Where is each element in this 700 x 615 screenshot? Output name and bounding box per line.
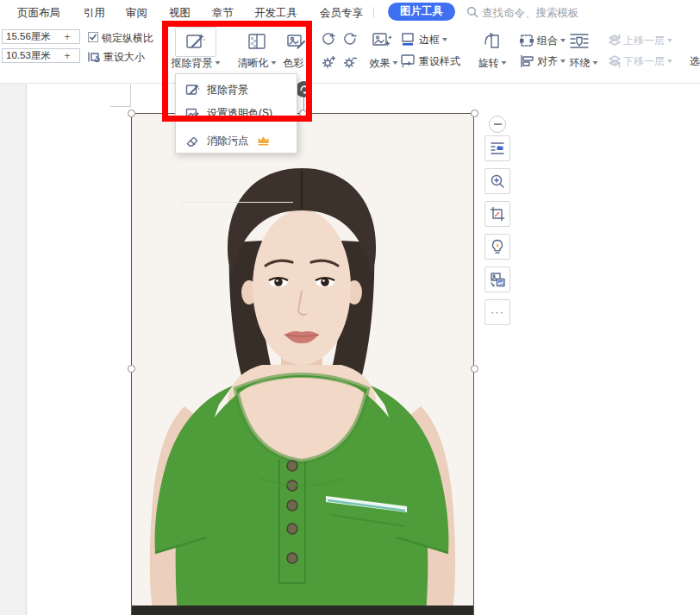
more-options-button[interactable]: ··· (484, 299, 510, 325)
group-icon (519, 33, 534, 52)
menu-item-review[interactable]: 审阅 (126, 6, 147, 21)
rotate-icon (481, 30, 503, 52)
dropdown-arrow-icon (593, 61, 598, 65)
menu-item-section[interactable]: 章节 (212, 6, 234, 21)
resize-handle-top-left[interactable] (128, 110, 135, 117)
reset-size-icon (87, 50, 101, 67)
contrast-up-button[interactable] (320, 31, 337, 48)
resize-handle-top-right[interactable] (471, 110, 478, 117)
menu-item-set-transparent-color[interactable]: 设置透明色(S) (177, 102, 296, 125)
dropdown-arrow-icon (667, 60, 672, 63)
reset-style-button[interactable]: 重设样式 (419, 54, 460, 69)
color-label[interactable]: 色彩 (284, 56, 312, 71)
align-icon (519, 53, 534, 72)
effects-icon (371, 29, 394, 53)
rotate-button[interactable] (479, 28, 503, 53)
width-stepper[interactable]: + (55, 29, 80, 44)
margin-mark-vertical (130, 85, 131, 107)
check-icon (89, 33, 97, 41)
contrast-down-button[interactable] (341, 31, 359, 48)
layout-options-icon (489, 140, 506, 157)
menu-bar: 页面布局 引用 审阅 视图 章节 开发工具 会员专享 图片工具 查找命令、搜索模… (0, 0, 700, 24)
dropdown-arrow-icon (272, 61, 277, 65)
menu-item-view[interactable]: 视图 (169, 6, 191, 21)
minus-icon (494, 123, 502, 125)
lock-aspect-label: 锁定纵横比 (102, 31, 153, 46)
effects-label[interactable]: 效果 (370, 56, 398, 71)
lock-aspect-checkbox[interactable] (88, 32, 98, 42)
effects-button[interactable] (369, 28, 395, 53)
remove-background-dropdown: 抠除背景 设置透明色(S) 消除污点 (175, 73, 297, 154)
layout-options-button[interactable] (484, 135, 510, 161)
resize-handle-middle-left[interactable] (128, 365, 135, 373)
bring-forward-button: 上移一层 (623, 34, 672, 48)
crop-button[interactable] (484, 201, 510, 227)
reset-size-button[interactable]: 重设大小 (103, 50, 145, 65)
dropdown-arrow-icon (502, 61, 507, 65)
width-field[interactable]: 15.56厘米 (2, 29, 56, 44)
sharpen-button[interactable] (244, 28, 270, 54)
menu-item-remove-background[interactable]: 抠除背景 (177, 78, 296, 102)
height-stepper[interactable]: + (55, 48, 80, 63)
brightness-up-icon (321, 54, 336, 70)
dropdown-arrow-icon (560, 60, 566, 63)
portrait-photo[interactable] (131, 113, 474, 615)
search-icon (466, 6, 478, 22)
lightbulb-icon (489, 238, 506, 255)
dropdown-arrow-icon (307, 61, 312, 65)
wrap-label[interactable]: 环绕 (570, 56, 598, 71)
brightness-up-button[interactable] (320, 53, 337, 71)
remove-background-icon (185, 83, 200, 97)
dropdown-arrow-icon (560, 39, 566, 42)
remove-background-label[interactable]: 抠除背景 (172, 56, 221, 71)
crop-icon (489, 205, 506, 223)
menu-item-references[interactable]: 引用 (84, 6, 105, 21)
sharpen-icon (246, 30, 268, 53)
select-button-clipped[interactable]: 选 (690, 54, 700, 69)
height-field[interactable]: 10.53厘米 (2, 48, 56, 63)
zoom-icon (489, 173, 506, 190)
resize-handle-top-center[interactable] (299, 110, 307, 117)
wrap-icon (568, 31, 591, 52)
zoom-button[interactable] (484, 168, 510, 194)
sharpen-label[interactable]: 清晰化 (238, 56, 277, 71)
menu-item-member[interactable]: 会员专享 (320, 6, 363, 21)
remove-background-button[interactable] (175, 27, 216, 57)
convert-picture-icon (489, 271, 506, 288)
wrap-button[interactable] (567, 30, 591, 53)
collapse-side-toolbar-button[interactable] (489, 116, 506, 133)
eraser-icon (185, 134, 200, 148)
premium-crown-icon (257, 135, 270, 146)
contrast-up-icon (321, 32, 336, 47)
search-input[interactable]: 查找命令、搜索模板 (482, 6, 579, 21)
menu-item-page-layout[interactable]: 页面布局 (17, 6, 60, 21)
border-button[interactable]: 边框 (419, 33, 447, 47)
color-button[interactable] (284, 28, 309, 54)
dropdown-arrow-icon (393, 61, 398, 65)
convert-picture-button[interactable] (484, 267, 510, 292)
photo-bottom-band (131, 606, 474, 615)
dropdown-arrow-icon (667, 39, 672, 42)
menu-item-remove-blemish[interactable]: 消除污点 (177, 129, 296, 152)
brightness-down-icon (342, 54, 358, 70)
group-button[interactable]: 组合 (537, 34, 566, 48)
ellipsis-icon: ··· (491, 308, 504, 317)
dropdown-arrow-icon (442, 38, 447, 41)
tab-picture-tools[interactable]: 图片工具 (388, 3, 455, 21)
send-backward-icon (607, 53, 622, 72)
set-transparent-color-icon (185, 106, 200, 121)
align-button[interactable]: 对齐 (537, 54, 566, 69)
page-gutter (0, 84, 27, 615)
rotate-handle[interactable] (296, 81, 312, 97)
rotate-handle-stem (303, 97, 304, 110)
color-icon (285, 30, 308, 53)
reset-style-icon (399, 53, 416, 73)
menu-separator (181, 202, 293, 203)
rotate-label[interactable]: 旋转 (478, 56, 507, 71)
brightness-down-button[interactable] (341, 53, 359, 71)
dropdown-arrow-icon (216, 61, 221, 65)
smart-suggest-button[interactable] (484, 234, 510, 260)
menu-item-developer[interactable]: 开发工具 (254, 6, 297, 21)
resize-handle-middle-right[interactable] (471, 365, 478, 373)
remove-background-icon (184, 31, 207, 53)
